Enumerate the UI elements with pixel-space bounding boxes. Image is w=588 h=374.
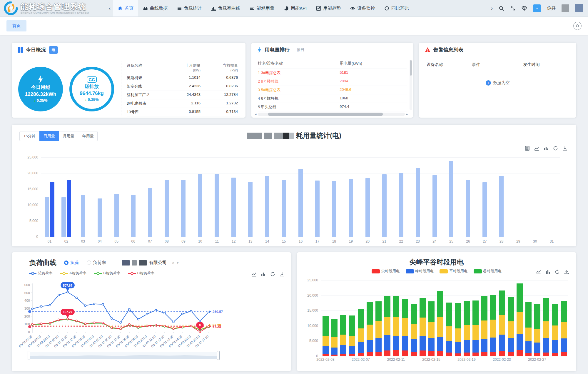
load-line-plot[interactable]: 010020030040050060003-02 21:0003-02 22:0… xyxy=(15,280,248,354)
radio-load[interactable]: 负荷 xyxy=(64,260,79,266)
download-icon[interactable] xyxy=(280,272,285,277)
bar[interactable] xyxy=(399,173,403,237)
caret-down-icon[interactable]: ▾ xyxy=(177,261,178,265)
radio-load-rate[interactable]: 负荷率 xyxy=(87,260,106,266)
bar[interactable] xyxy=(231,178,236,237)
stacked-bar[interactable] xyxy=(472,300,479,356)
stacked-bar[interactable] xyxy=(552,304,558,356)
bar[interactable] xyxy=(282,180,286,237)
ranking-row[interactable]: 4 6号螺杆机1068 xyxy=(258,94,407,103)
datazoom-handle-left[interactable] xyxy=(28,351,30,360)
nav-item-trend[interactable]: 用能趋势 xyxy=(311,0,345,16)
bar[interactable] xyxy=(466,180,470,237)
stacked-bar[interactable] xyxy=(464,301,470,356)
stacked-bar[interactable] xyxy=(384,296,390,356)
nav-item-circle[interactable]: 同比环比 xyxy=(380,0,414,16)
chart-tab-月用量[interactable]: 月用量 xyxy=(59,131,78,141)
load-curve-svg[interactable]: 010020030040050060003-02 21:0003-02 22:0… xyxy=(15,280,248,354)
refresh-icon[interactable] xyxy=(555,269,560,274)
bar[interactable] xyxy=(482,182,487,237)
download-icon[interactable] xyxy=(562,146,567,151)
ranking-mode-select[interactable]: 按日 xyxy=(297,47,304,53)
stacked-bar[interactable] xyxy=(331,319,338,356)
refresh-icon[interactable] xyxy=(270,272,275,277)
download-icon[interactable] xyxy=(564,269,569,274)
stacked-bar[interactable] xyxy=(517,283,523,356)
bar-toggle-icon[interactable] xyxy=(261,272,266,277)
bar[interactable] xyxy=(332,181,336,237)
bar[interactable] xyxy=(81,195,85,237)
ranking-row[interactable]: 2 8号楼总线2894 xyxy=(258,77,407,86)
bar-toggle-icon[interactable] xyxy=(544,146,549,151)
user-dropdown-button[interactable]: ▾ xyxy=(533,4,541,12)
data-view-icon[interactable] xyxy=(525,146,530,151)
download-icon[interactable] xyxy=(564,269,569,274)
bar[interactable] xyxy=(315,181,320,237)
scroll-right-icon[interactable]: ▸ xyxy=(406,112,408,116)
chevron-right-icon[interactable]: › xyxy=(491,5,493,11)
stacked-bar[interactable] xyxy=(367,302,373,356)
bar[interactable] xyxy=(298,169,303,237)
daily-bar-plot[interactable]: 25,00020,00015,00010,0005,00000102030405… xyxy=(41,158,560,237)
nav-item-bar-chart[interactable]: 负载率曲线 xyxy=(206,0,245,16)
bar-toggle-icon[interactable] xyxy=(544,146,549,151)
scroll-left-icon[interactable]: ◂ xyxy=(255,112,257,116)
bar[interactable] xyxy=(67,180,71,237)
stacked-bar[interactable] xyxy=(323,316,329,356)
bar[interactable] xyxy=(181,180,186,237)
gem-icon[interactable] xyxy=(522,6,527,11)
bar[interactable] xyxy=(265,176,269,237)
stacked-bar[interactable] xyxy=(561,301,567,356)
legend-item[interactable]: C相负荷率 xyxy=(128,271,155,276)
line-toggle-icon[interactable] xyxy=(536,269,541,274)
datazoom-handle-right[interactable] xyxy=(217,351,220,360)
horizontal-scrollbar[interactable]: ◂ ▸ xyxy=(255,112,408,116)
stacked-bar[interactable] xyxy=(393,296,399,356)
stacked-bar[interactable] xyxy=(446,303,452,356)
bar[interactable] xyxy=(416,168,420,237)
refresh-icon[interactable] xyxy=(553,146,558,151)
tab-options-button[interactable] xyxy=(573,22,582,30)
ranking-row[interactable]: 3 5#电房总表2049.6 xyxy=(258,86,407,94)
bar[interactable] xyxy=(382,174,387,237)
bar[interactable] xyxy=(98,198,102,237)
legend-item[interactable]: 尖时段用电 xyxy=(372,269,400,274)
bar-toggle-icon[interactable] xyxy=(545,269,550,274)
bar[interactable] xyxy=(61,197,66,237)
tab-home[interactable]: 首页 xyxy=(6,20,26,31)
legend-item[interactable]: 平时段用电 xyxy=(440,269,468,274)
stacked-bar[interactable] xyxy=(375,301,382,356)
refresh-icon[interactable] xyxy=(270,272,275,277)
line-toggle-icon[interactable] xyxy=(251,272,256,277)
bar[interactable] xyxy=(449,161,453,237)
stacked-bar[interactable] xyxy=(490,295,496,356)
nav-item-eye[interactable]: 设备监控 xyxy=(345,0,380,16)
bar[interactable] xyxy=(198,174,202,237)
stacked-bar[interactable] xyxy=(525,302,532,356)
stacked-bar[interactable] xyxy=(428,301,435,356)
nav-collapse-button[interactable]: ‹ xyxy=(109,5,111,11)
stacked-bar[interactable] xyxy=(481,296,487,356)
fullscreen-icon[interactable] xyxy=(510,6,516,11)
datazoom-slider[interactable] xyxy=(29,352,218,359)
bar[interactable] xyxy=(499,176,504,237)
legend-item[interactable]: B相负荷率 xyxy=(94,271,120,276)
chart-tab-日用量[interactable]: 日用量 xyxy=(39,131,59,141)
bar[interactable] xyxy=(45,197,49,237)
bar[interactable] xyxy=(50,182,54,237)
bar[interactable] xyxy=(349,179,353,237)
stacked-bar[interactable] xyxy=(534,304,540,356)
clear-select-icon[interactable]: × xyxy=(172,261,174,265)
bar[interactable] xyxy=(114,194,119,237)
legend-item[interactable]: 谷时段用电 xyxy=(474,269,502,274)
data-view-icon[interactable] xyxy=(525,146,530,151)
refresh-icon[interactable] xyxy=(555,269,560,274)
line-toggle-icon[interactable] xyxy=(534,146,539,151)
bar[interactable] xyxy=(248,182,253,237)
nav-item-area-chart[interactable]: 曲线数据 xyxy=(138,0,172,16)
vertical-scrollbar[interactable] xyxy=(410,60,412,110)
nav-item-list-stats[interactable]: 负载统计 xyxy=(172,0,206,16)
stacked-bar[interactable] xyxy=(499,290,505,356)
legend-item[interactable]: 总负荷率 xyxy=(29,271,53,276)
stacked-bar[interactable] xyxy=(340,315,346,356)
